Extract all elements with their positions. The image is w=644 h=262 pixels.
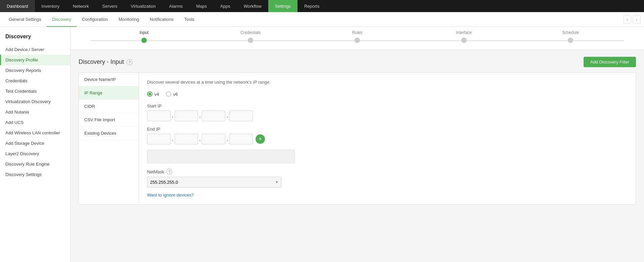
start-ip-dot3: . [225,114,229,119]
start-ip-octet1[interactable] [147,111,171,121]
step-dot-interface [411,38,517,43]
start-ip-label: Start IP [147,103,628,108]
start-ip-octet2[interactable] [175,111,198,121]
sidebar: Discovery Add Device / Server Discovery … [0,27,71,262]
step-dot-rules [304,38,411,43]
add-ip-range-button[interactable]: + [256,134,265,144]
input-type-ip-range[interactable]: IP Range [79,86,139,100]
nav-item-workflow[interactable]: Workflow [237,0,268,12]
sidebar-item-add-device[interactable]: Add Device / Server [0,44,70,55]
discovery-title: Discovery - Input ? [79,58,133,66]
sub-nav-general-settings[interactable]: General Settings [3,12,47,27]
nav-item-settings[interactable]: Settings [268,0,297,12]
progress-steps-wrapper: Input Credentials Rules Interface Schedu… [71,27,644,50]
step-circle-schedule [568,38,573,43]
input-type-csv-import[interactable]: CSV File Import [79,113,139,127]
nav-item-apps[interactable]: Apps [214,0,237,12]
ip-range-display [147,150,295,163]
sub-nav-prev-arrow[interactable]: ‹ [623,15,631,24]
input-description: Discover several devices at a time using… [147,80,628,85]
step-label-input: Input [91,30,197,35]
sub-nav-arrows: ‹ › [623,15,641,24]
sidebar-item-add-ucs[interactable]: Add UCS [0,117,70,128]
netmask-label: NetMask [147,169,164,174]
start-ip-row: . . . [147,111,628,121]
end-ip-dot2: . [198,137,202,142]
start-ip-dot2: . [198,114,202,119]
discovery-help-icon[interactable]: ? [127,59,133,65]
sidebar-item-add-wireless[interactable]: Add Wireless LAN controller [0,128,70,138]
end-ip-label: End IP [147,127,628,132]
end-ip-octet1[interactable] [147,134,171,144]
ip-version-row: v4 v6 [147,91,628,97]
sub-nav-monitoring[interactable]: Monitoring [113,12,144,27]
start-ip-octet3[interactable] [202,111,225,121]
input-type-device-name-ip[interactable]: Device Name/IP [79,73,139,86]
input-type-existing-devices[interactable]: Existing Devices [79,127,139,140]
steps-labels-row: Input Credentials Rules Interface Schedu… [71,30,644,35]
sidebar-item-discovery-profile[interactable]: Discovery Profile [0,55,70,65]
sidebar-item-credentials[interactable]: Credentials [0,76,70,86]
input-type-cidr[interactable]: CIDR [79,100,139,113]
step-dot-input [91,38,197,43]
sidebar-item-add-storage[interactable]: Add Storage Device [0,138,70,148]
input-main-panel: Discover several devices at a time using… [139,73,636,205]
radio-v4-inner [148,93,151,95]
top-navigation: Dashboard Inventory Network Servers Virt… [0,0,644,12]
nav-item-maps[interactable]: Maps [189,0,214,12]
radio-v4-label: v4 [154,92,159,97]
sub-nav-tools[interactable]: Tools [179,12,200,27]
end-ip-dot1: . [171,137,175,142]
nav-item-reports[interactable]: Reports [297,0,326,12]
sidebar-item-virtualization-discovery[interactable]: Virtualization Discovery [0,96,70,107]
sub-nav-next-arrow[interactable]: › [633,15,641,24]
netmask-select[interactable]: 255.0.0.0 255.255.0.0 255.255.255.0 255.… [147,177,281,187]
netmask-select-wrapper: 255.0.0.0 255.255.0.0 255.255.255.0 255.… [147,177,281,187]
start-ip-octet4[interactable] [229,111,253,121]
step-dot-credentials [197,38,304,43]
sidebar-item-discovery-settings[interactable]: Discovery Settings [0,169,70,180]
step-label-interface: Interface [411,30,517,35]
sidebar-item-add-nutanix[interactable]: Add Nutanix [0,107,70,117]
sub-nav-configuration[interactable]: Configuration [77,12,113,27]
nav-item-servers[interactable]: Servers [96,0,124,12]
discovery-title-text: Discovery - Input [79,58,124,66]
step-label-schedule: Schedule [517,30,624,35]
end-ip-dot3: . [225,137,229,142]
sidebar-item-discovery-reports[interactable]: Discovery Reports [0,65,70,76]
sidebar-item-test-credentials[interactable]: Test Credentials [0,86,70,96]
nav-item-virtualization[interactable]: Virtualization [124,0,163,12]
input-layout: Device Name/IP IP Range CIDR CSV File Im… [79,73,636,205]
nav-item-dashboard[interactable]: Dashboard [0,0,35,12]
step-label-rules: Rules [304,30,411,35]
discovery-content: Discovery - Input ? Add Discovery Filter… [71,50,644,211]
add-discovery-filter-button[interactable]: Add Discovery Filter [584,57,636,67]
radio-v6[interactable]: v6 [166,91,178,97]
step-circle-rules [355,38,360,43]
sub-navigation: General Settings Discovery Configuration… [0,12,644,27]
main-layout: Discovery Add Device / Server Discovery … [0,27,644,262]
end-ip-octet4[interactable] [229,134,253,144]
sub-nav-discovery[interactable]: Discovery [47,12,77,27]
content-area: Input Credentials Rules Interface Schedu… [71,27,644,262]
end-ip-octet2[interactable] [175,134,198,144]
nav-item-inventory[interactable]: Inventory [35,0,66,12]
step-circle-interface [461,38,467,43]
step-dot-schedule [517,38,624,43]
end-ip-row: . . . + [147,134,628,144]
ignore-devices-link[interactable]: Want to ignore devices? [147,192,194,198]
radio-v6-label: v6 [173,92,178,97]
step-circle-input [141,38,147,43]
nav-item-alarms[interactable]: Alarms [163,0,189,12]
sidebar-item-layer2-discovery[interactable]: Layer2 Discovery [0,148,70,159]
radio-v4-circle [147,91,152,97]
sub-nav-notifications[interactable]: Notifications [144,12,179,27]
start-ip-dot1: . [171,114,175,119]
end-ip-octet3[interactable] [202,134,225,144]
sidebar-item-discovery-rule-engine[interactable]: Discovery Rule Engine [0,159,70,169]
netmask-row: NetMask ? [147,169,628,175]
steps-visual-row [71,35,644,43]
netmask-help-icon[interactable]: ? [166,169,172,175]
radio-v4[interactable]: v4 [147,91,159,97]
nav-item-network[interactable]: Network [66,0,96,12]
